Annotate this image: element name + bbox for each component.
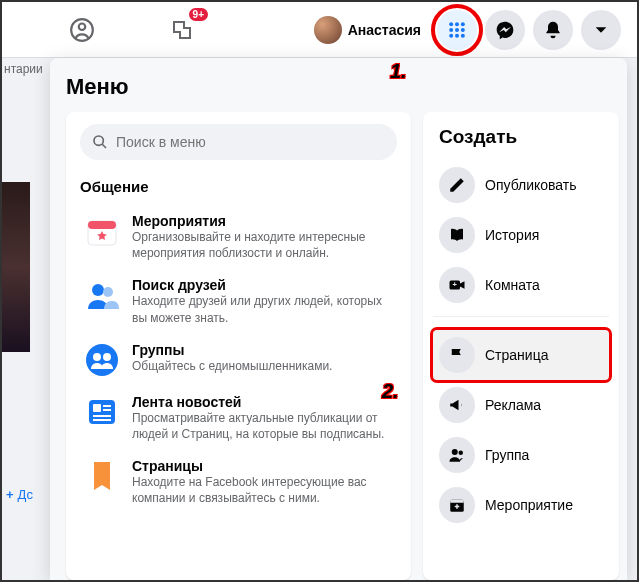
create-item-label: Комната (485, 277, 540, 293)
create-item-label: Группа (485, 447, 529, 463)
book-icon (439, 217, 475, 253)
nav-tabs: 9+ (62, 10, 202, 50)
chevron-down-icon (593, 22, 609, 38)
menu-item-events[interactable]: Мероприятия Организовывайте и находите и… (80, 205, 397, 269)
menu-item-title: Страницы (132, 458, 393, 474)
create-item-label: Страница (485, 347, 548, 363)
friends-icon (84, 277, 120, 313)
svg-point-10 (461, 33, 465, 37)
menu-item-desc: Просматривайте актуальные публикации от … (132, 410, 393, 442)
svg-point-1 (79, 23, 86, 30)
svg-point-7 (461, 28, 465, 32)
menu-button[interactable] (437, 10, 477, 50)
svg-point-29 (459, 451, 464, 456)
svg-text:+: + (453, 280, 458, 289)
menu-section-label: Общение (80, 178, 397, 195)
menu-item-groups[interactable]: Группы Общайтесь с единомышленниками. (80, 334, 397, 386)
grid-icon (447, 20, 467, 40)
groups-tab[interactable] (62, 10, 102, 50)
svg-rect-14 (88, 221, 116, 229)
video-icon: + (439, 267, 475, 303)
menu-item-title: Поиск друзей (132, 277, 393, 293)
gaming-icon (170, 18, 194, 42)
messenger-icon (495, 20, 515, 40)
create-column: Создать Опубликовать История + (423, 112, 619, 580)
annotation-1: 1. (390, 60, 407, 83)
svg-line-12 (102, 144, 106, 148)
svg-point-28 (452, 449, 458, 455)
events-icon (84, 213, 120, 249)
side-story-fragment (2, 182, 30, 352)
svg-point-19 (103, 353, 111, 361)
compose-icon (439, 167, 475, 203)
profile-chip[interactable]: Анастасия (310, 12, 429, 48)
gaming-tab[interactable]: 9+ (162, 10, 202, 50)
svg-point-2 (449, 22, 453, 26)
svg-point-18 (93, 353, 101, 361)
create-item-label: Мероприятие (485, 497, 573, 513)
create-item-post[interactable]: Опубликовать (433, 160, 609, 210)
menu-search-input[interactable] (116, 134, 385, 150)
svg-point-16 (103, 287, 113, 297)
profile-name: Анастасия (348, 22, 421, 38)
group-create-icon (439, 437, 475, 473)
bell-icon (543, 20, 563, 40)
create-item-group[interactable]: Группа (433, 430, 609, 480)
menu-item-title: Лента новостей (132, 394, 393, 410)
menu-item-find-friends[interactable]: Поиск друзей Находите друзей или других … (80, 269, 397, 333)
side-fragment-text: нтарии (2, 62, 44, 76)
menu-item-newsfeed[interactable]: Лента новостей Просматривайте актуальные… (80, 386, 397, 450)
side-link-fragment[interactable]: + Дс (6, 487, 33, 502)
messenger-button[interactable] (485, 10, 525, 50)
svg-point-3 (455, 22, 459, 26)
notifications-button[interactable] (533, 10, 573, 50)
menu-left-column: Общение Мероприятия Организовывайте и на… (66, 112, 411, 580)
svg-rect-31 (450, 500, 464, 503)
create-item-label: История (485, 227, 539, 243)
svg-rect-25 (93, 419, 111, 421)
calendar-plus-icon (439, 487, 475, 523)
menu-title: Меню (66, 74, 619, 100)
menu-panel: Меню Общение Мероприятия Организовывайте… (50, 58, 627, 580)
create-item-ad[interactable]: Реклама (433, 380, 609, 430)
menu-item-desc: Находите на Facebook интересующие вас ко… (132, 474, 393, 506)
svg-point-4 (461, 22, 465, 26)
svg-point-6 (455, 28, 459, 32)
menu-item-title: Мероприятия (132, 213, 393, 229)
svg-point-11 (94, 136, 103, 145)
topbar: 9+ Анастасия (2, 2, 637, 58)
svg-rect-22 (103, 405, 111, 407)
create-item-event[interactable]: Мероприятие (433, 480, 609, 530)
megaphone-icon (439, 387, 475, 423)
menu-item-desc: Организовывайте и находите интересные ме… (132, 229, 393, 261)
create-item-label: Опубликовать (485, 177, 577, 193)
create-item-page[interactable]: Страница (433, 330, 609, 380)
menu-item-desc: Общайтесь с единомышленниками. (132, 358, 393, 374)
flag-icon (439, 337, 475, 373)
plus-icon: + (6, 487, 14, 502)
annotation-2: 2. (382, 380, 399, 403)
svg-point-17 (86, 344, 118, 376)
svg-point-15 (92, 284, 104, 296)
groups-list-icon (84, 342, 120, 378)
svg-point-5 (449, 28, 453, 32)
svg-point-9 (455, 33, 459, 37)
menu-item-desc: Находите друзей или других людей, которы… (132, 293, 393, 325)
svg-rect-23 (103, 409, 111, 411)
gaming-badge: 9+ (189, 8, 208, 21)
create-item-label: Реклама (485, 397, 541, 413)
svg-point-8 (449, 33, 453, 37)
create-title: Создать (433, 126, 609, 148)
svg-rect-24 (93, 415, 111, 417)
menu-item-title: Группы (132, 342, 393, 358)
menu-search[interactable] (80, 124, 397, 160)
create-item-room[interactable]: + Комната (433, 260, 609, 310)
avatar (314, 16, 342, 44)
svg-rect-21 (93, 404, 101, 412)
account-button[interactable] (581, 10, 621, 50)
pages-icon (84, 458, 120, 494)
menu-item-pages[interactable]: Страницы Находите на Facebook интересующ… (80, 450, 397, 514)
create-item-story[interactable]: История (433, 210, 609, 260)
search-icon (92, 134, 108, 150)
groups-icon (69, 17, 95, 43)
